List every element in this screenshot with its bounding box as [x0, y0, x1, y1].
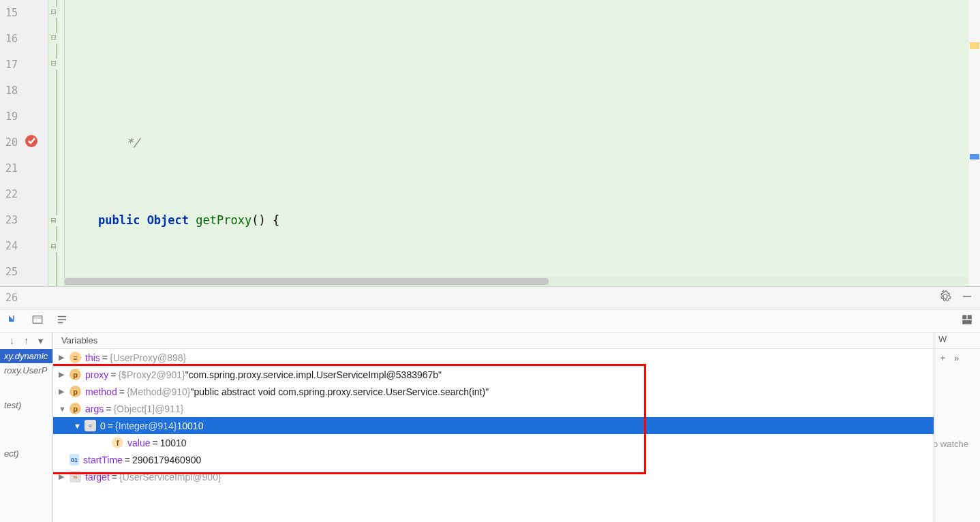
code-line-16: */ — [65, 129, 980, 155]
add-watch-icon[interactable]: ＋ — [938, 352, 947, 364]
code-line-15 — [65, 52, 980, 78]
var-args[interactable]: ▼ p args = {Object[1]@911} — [53, 400, 934, 417]
var-this[interactable]: ▶ ≡ this = {UserProxy@898} — [53, 349, 934, 366]
param-badge-icon: p — [70, 403, 81, 414]
exec-marker[interactable] — [970, 154, 979, 159]
object-badge-icon: ≡ — [85, 420, 96, 431]
editor-hscroll[interactable] — [65, 277, 968, 286]
code-editor[interactable]: 15 16 17 18 19 20 21 22 23 24 25 26 ⊟ ⊟ … — [0, 0, 980, 286]
watches-empty-text: o watche — [934, 439, 976, 449]
frame-item[interactable]: ect) — [0, 446, 52, 461]
debugger-panel: ↓ ↑ ▾ xy.dynamic roxy.UserP test) ect) V… — [0, 333, 980, 522]
fold-strip[interactable]: ⊟ ⊟ ⊟ ⊟ ⊟ — [48, 0, 65, 286]
var-starttime[interactable]: 01 startTime = 2906179460900 — [53, 451, 934, 468]
step-into-icon[interactable] — [7, 313, 19, 328]
var-method[interactable]: ▶ p method = {Method@910} "public abstra… — [53, 383, 934, 400]
svg-rect-2 — [33, 316, 42, 323]
variables-tree[interactable]: ▶ ≡ this = {UserProxy@898} ▶ p proxy = {… — [53, 349, 934, 522]
var-args-0[interactable]: ▼ ≡ 0 = {Integer@914} 10010 — [53, 417, 934, 434]
frame-down-icon[interactable]: ↓ — [10, 335, 14, 346]
primitive-badge-icon: 01 — [70, 454, 79, 465]
variables-column: Variables ▶ ≡ this = {UserProxy@898} ▶ p… — [53, 333, 934, 522]
frames-column[interactable]: ↓ ↑ ▾ xy.dynamic roxy.UserP test) ect) — [0, 333, 53, 522]
svg-rect-1 — [963, 296, 971, 297]
frame-item-active[interactable]: xy.dynamic — [0, 349, 52, 363]
frame-filter-icon[interactable]: ▾ — [38, 335, 43, 346]
more-icon[interactable]: » — [954, 353, 959, 363]
svg-rect-6 — [962, 320, 972, 324]
minimize-icon[interactable] — [961, 290, 973, 305]
line-number-gutter: 15 16 17 18 19 20 21 22 23 24 25 26 — [0, 0, 20, 286]
settings-icon[interactable] — [939, 290, 951, 305]
watches-header: W — [934, 333, 980, 349]
param-badge-icon: p — [70, 369, 81, 380]
frame-up-icon[interactable]: ↑ — [24, 335, 29, 346]
debug-toolbar — [0, 286, 980, 309]
gutter-icons[interactable] — [20, 0, 48, 286]
var-target[interactable]: ▶ ∞ target = {UserServiceImpl@900} — [53, 468, 934, 485]
watches-column[interactable]: W ＋ » o watche — [934, 333, 980, 522]
frame-item[interactable]: roxy.UserP — [0, 363, 52, 378]
frame-item[interactable]: test) — [0, 398, 52, 412]
svg-rect-4 — [962, 315, 966, 319]
var-args-0-value[interactable]: f value = 10010 — [53, 434, 934, 451]
warning-marker[interactable] — [970, 42, 979, 49]
debug-subtoolbar — [0, 309, 980, 333]
fold-icon[interactable]: ⊟ — [51, 33, 62, 44]
evaluate-icon[interactable] — [31, 313, 44, 328]
fold-icon[interactable]: ⊟ — [51, 215, 62, 226]
svg-rect-5 — [968, 315, 972, 319]
fold-icon[interactable]: ⊟ — [51, 59, 62, 70]
variables-header: Variables — [53, 333, 934, 349]
var-proxy[interactable]: ▶ p proxy = {$Proxy2@901} "com.spring.pr… — [53, 366, 934, 383]
breakpoint-hit-icon[interactable] — [23, 133, 40, 149]
field-badge-icon: f — [112, 437, 123, 448]
code-content[interactable]: */ public Object getProxy() { return Pro… — [65, 0, 980, 286]
scrollbar-thumb[interactable] — [65, 278, 549, 285]
class-badge-icon: ≡ — [70, 352, 81, 363]
param-badge-icon: p — [70, 386, 81, 397]
settings2-icon[interactable] — [56, 313, 68, 328]
fold-icon[interactable]: ⊟ — [51, 241, 62, 252]
object-badge-icon: ∞ — [70, 471, 81, 482]
layout-icon[interactable] — [961, 313, 973, 328]
fold-icon[interactable]: ⊟ — [51, 7, 62, 18]
editor-right-strip[interactable] — [969, 0, 980, 286]
code-line-17: public Object getProxy() { — [65, 207, 980, 233]
